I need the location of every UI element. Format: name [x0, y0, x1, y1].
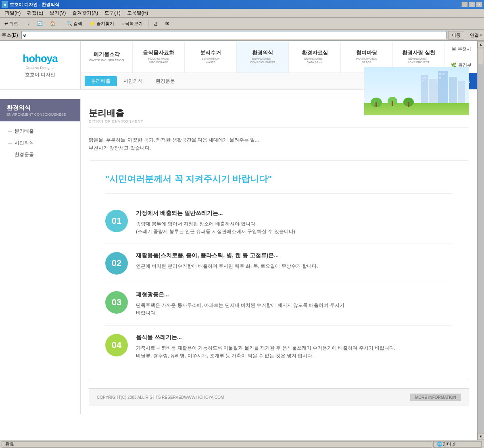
svg-rect-11	[439, 77, 441, 79]
title-bar-controls: _ □ ×	[461, 2, 482, 7]
maximize-button[interactable]: □	[469, 2, 475, 7]
home-icon: 🏠	[50, 21, 56, 26]
toolbar-separator-2	[148, 20, 148, 28]
status-bar: 완료 🌐 인터넷	[0, 440, 484, 448]
refresh-icon: 🔄	[37, 21, 43, 26]
close-button[interactable]: ×	[476, 2, 482, 7]
mail-button[interactable]: ✉	[163, 19, 172, 29]
sidebar-item-0[interactable]: 분리배출	[0, 125, 80, 137]
nav-item-1[interactable]: 음식물사료화 FOOD IS MADEINTO FORAGE	[133, 41, 185, 73]
home-button[interactable]: 🏠	[47, 19, 58, 29]
mail-icon: ✉	[165, 21, 169, 26]
go-button[interactable]: 이동	[448, 31, 464, 40]
svg-rect-7	[424, 77, 426, 79]
list-number-3: 04	[105, 334, 128, 356]
title-bar-text: 호호야 디자인 - 환경의식	[10, 2, 59, 8]
minimize-button[interactable]: _	[461, 2, 468, 7]
logo-subtitle: Creative Designer	[25, 66, 54, 70]
nav-sub-item-2[interactable]: 환경운동	[149, 76, 182, 86]
right-btn-bucheon[interactable]: 🏛 부천시	[445, 41, 477, 57]
svg-rect-9	[439, 73, 441, 75]
nav-sub-3: ENVIRONMENTCONSCIOUSNESS	[250, 57, 275, 64]
menu-bar: 파일(F) 편집(E) 보기(V) 즐겨찾기(A) 도구(T) 도움말(H)	[0, 9, 484, 18]
menu-file[interactable]: 파일(F)	[2, 9, 24, 17]
scroll-down-button[interactable]: ▼	[478, 433, 484, 440]
nav-sub-4: ENVIRONMENTDATA BANK	[304, 57, 325, 64]
page-title-en: DITION OF ENVIRONMENT	[89, 119, 469, 123]
sidebar-item-2[interactable]: 환경운동	[0, 149, 80, 160]
menu-edit[interactable]: 편집(E)	[24, 9, 46, 17]
list-view-button[interactable]: ≡ 목록보기	[119, 19, 146, 29]
quote-divider	[105, 193, 453, 194]
sidebar-item-1[interactable]: 시민의식	[0, 137, 80, 149]
print-button[interactable]: 🖨	[151, 19, 161, 29]
nav-main-2: 분리수거	[200, 50, 221, 56]
scrollbar-right: ▲ ▼	[477, 41, 484, 440]
list-item-2: 03 폐형광등은... 단독주택은 가까운 동사무소에, 아파트는 단지내 비치…	[105, 283, 453, 325]
address-value: e	[23, 32, 26, 38]
svg-rect-18	[408, 102, 409, 107]
city-svg	[364, 67, 469, 115]
page-description: 맑은물, 푸른하늘, 깨끗한 공기, 쾌적한 생활공간을 다음 세대에게 물려주…	[89, 132, 469, 152]
list-number-1: 02	[105, 252, 128, 275]
menu-favorites[interactable]: 즐겨찾기(A)	[69, 9, 101, 17]
back-label: 뒤로	[9, 21, 18, 27]
svg-rect-16	[392, 101, 393, 106]
scroll-up-button[interactable]: ▲	[478, 41, 484, 48]
title-bar: e 호호야 디자인 - 환경의식 _ □ ×	[0, 0, 484, 9]
list-title-2: 폐형광등은...	[136, 291, 453, 298]
list-content-0: 가정에서 배출되는 일반쓰레기는... 종량제 봉투에 담아서 지정된 장소에 …	[136, 210, 453, 235]
list-text-2a: 단독주택은 가까운 동사무소에, 아파트는 단지내 비치된 수거함에 깨지지 않…	[136, 302, 453, 309]
nav-item-4[interactable]: 환경자료실 ENVIRONMENTDATA BANK	[289, 41, 341, 73]
list-item-3: 04 음식물 쓰레기는... 가축사료나 퇴비등 재활용이 가능하도록 이물질과…	[105, 326, 453, 368]
title-bar-icon: e	[2, 1, 8, 8]
svg-rect-6	[422, 77, 424, 79]
list-content-1: 재활용품(스치로폴, 종이, 플라스틱, 병, 캔 등 고철류)은... 인근에…	[136, 252, 453, 270]
favorites-button[interactable]: ⭐ 즐겨찾기	[87, 19, 117, 29]
svg-rect-5	[458, 81, 465, 103]
nav-sub-item-1[interactable]: 시민의식	[117, 76, 149, 86]
address-input[interactable]: e	[21, 31, 446, 39]
scroll-track[interactable]	[478, 48, 484, 433]
more-info-button[interactable]: MORE INFORMATION	[410, 394, 461, 401]
scroll-thumb[interactable]	[478, 48, 484, 64]
city-illustration	[364, 67, 469, 115]
city-icon: 🏛	[452, 46, 456, 51]
page-desc-line1: 맑은물, 푸른하늘, 깨끗한 공기, 쾌적한 생활공간을 다음 세대에게 물려주…	[89, 136, 469, 144]
list-title-0: 가정에서 배출되는 일반쓰레기는...	[136, 210, 453, 217]
connect-button[interactable]: 연결 »	[466, 32, 482, 38]
menu-view[interactable]: 보기(V)	[46, 9, 69, 17]
svg-rect-2	[429, 79, 438, 103]
menu-tools[interactable]: 도구(T)	[101, 9, 123, 17]
back-button[interactable]: ↩ 뒤로	[2, 19, 21, 29]
site-footer: COPYRIGHT(C) 2003 ALL RIGHTS RESERVEDWWW…	[89, 388, 469, 406]
list-text-0a: 종량제 봉투에 담아서 지정된 장소에 배출하셔야 합니다.	[136, 220, 453, 228]
site-logo: hohoya Creative Designer 호호야 디자인	[0, 41, 81, 89]
search-button[interactable]: 🔍 검색	[64, 19, 85, 29]
nav-item-3[interactable]: 환경의식 ENVIRONMENTCONSCIOUSNESS	[237, 41, 289, 73]
star-icon: ⭐	[90, 21, 95, 26]
refresh-button[interactable]: 🔄	[34, 19, 46, 29]
forward-button[interactable]: →	[23, 19, 33, 29]
list-text-2b: 바랍니다.	[136, 309, 453, 317]
list-text-3b: 비닐류, 병뚜껑, 유리병, 이쑤시개, 조개루 등 가축이 먹을 수 없는 것…	[136, 352, 453, 360]
internet-icon: 🌐	[437, 442, 442, 447]
list-label: 목록보기	[125, 21, 143, 27]
status-zone: 🌐 인터넷	[433, 441, 482, 448]
list-number-2: 03	[105, 291, 128, 314]
list-text-3a: 가축사료나 퇴비등 재활용이 가능하도록 이물질과 물기를 제거한 후 음식물쓰…	[136, 344, 453, 352]
footer-copyright: COPYRIGHT(C) 2003 ALL RIGHTS RESERVEDWWW…	[97, 395, 224, 400]
nav-main-0: 폐기물소각	[94, 51, 120, 58]
nav-item-2[interactable]: 분리수거 SEPARATIONWASTE	[185, 41, 237, 73]
toolbar: ↩ 뒤로 → 🔄 🏠 🔍 검색 ⭐ 즐겨찾기 ≡ 목록보기 🖨 ✉	[0, 18, 484, 30]
nav-sub-6: ENVIRONMENTLOVE PROJECT	[408, 57, 429, 64]
address-label: 주소(D)	[2, 32, 20, 39]
internet-label: 인터넷	[442, 441, 456, 447]
list-text-0b: (쓰레기 종량제 봉투는 인근 슈퍼등 지정판매소에서 구입하실 수 있습니다)	[136, 228, 453, 235]
sidebar: 환경의식 ENVIRONMENT CONSCIOUSNESS 분리배출 시민의식…	[0, 99, 81, 414]
nav-item-0[interactable]: 폐기물소각 WASTE INCINERATION	[81, 41, 133, 73]
menu-help[interactable]: 도움말(H)	[124, 9, 152, 17]
nav-sub-item-0[interactable]: 분리배출	[85, 76, 117, 86]
sidebar-header-title: 환경의식	[6, 104, 74, 112]
list-title-1: 재활용품(스치로폴, 종이, 플라스틱, 병, 캔 등 고철류)은...	[136, 252, 453, 259]
